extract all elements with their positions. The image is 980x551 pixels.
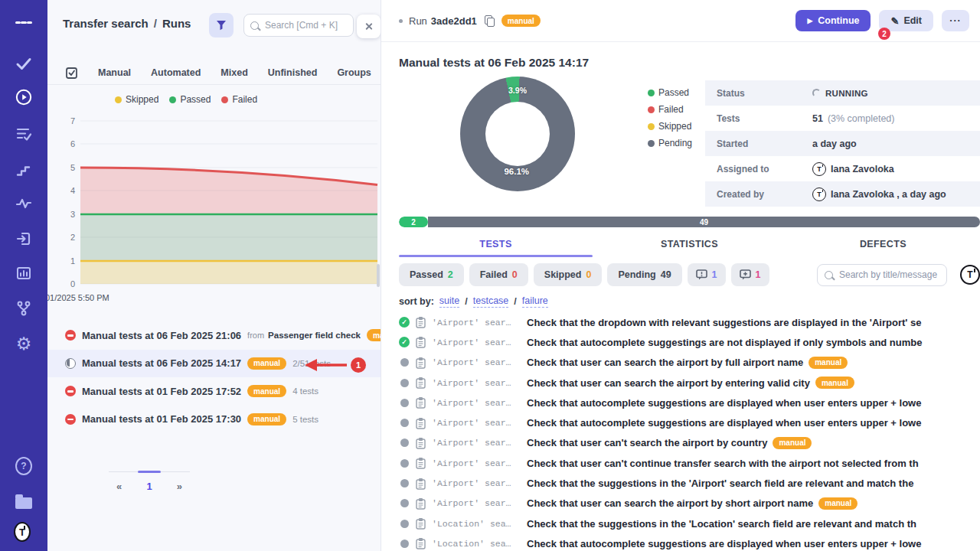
manual-badge: manual — [367, 329, 381, 341]
sort-by-testcase[interactable]: testcase — [473, 295, 509, 308]
failed-dot-icon — [221, 96, 228, 103]
run-row[interactable]: Manual tests at 01 Feb 2025 17:30 manual… — [47, 406, 381, 434]
continue-button[interactable]: Continue — [795, 10, 871, 31]
tab-automated[interactable]: Automated — [151, 67, 201, 78]
import-icon[interactable] — [15, 230, 32, 247]
svg-text:2: 2 — [70, 233, 75, 242]
pulse-icon[interactable] — [15, 195, 32, 212]
run-row[interactable]: Manual tests at 01 Feb 2025 17:52 manual… — [47, 377, 381, 406]
pagination-prev[interactable]: « — [116, 481, 122, 492]
manual-badge: manual — [773, 437, 812, 449]
analytics-icon[interactable] — [15, 265, 32, 282]
test-row[interactable]: 'Airport' sear… Check that user can't se… — [399, 433, 980, 453]
test-suite-name: 'Airport' sear… — [432, 438, 518, 448]
sort-by-failure[interactable]: failure — [522, 295, 548, 308]
test-row[interactable]: 'Airport' sear… Check that user can sear… — [399, 353, 980, 373]
manual-badge: manual — [247, 385, 286, 397]
search-icon — [250, 21, 259, 30]
assignee-avatar[interactable] — [812, 162, 826, 176]
tab-statistics[interactable]: STATISTICS — [593, 233, 786, 257]
test-title: Check that the suggestions in the 'Airpo… — [527, 478, 913, 489]
test-row[interactable]: 'Airport' sear… Check that autocomplete … — [399, 393, 980, 412]
failed-area — [80, 168, 377, 214]
tab-mixed[interactable]: Mixed — [220, 67, 247, 78]
help-icon[interactable] — [15, 458, 32, 474]
close-panel-button[interactable] — [357, 15, 381, 38]
sidebar-user-avatar[interactable] — [14, 523, 31, 540]
tab-tests[interactable]: TESTS — [399, 233, 593, 257]
breadcrumb-parent[interactable]: Transfer search — [63, 17, 149, 30]
failed-dot-icon — [648, 106, 655, 113]
comments-chip[interactable]: 1 — [688, 263, 726, 286]
tab-groups[interactable]: Groups — [337, 67, 371, 78]
copy-icon[interactable] — [485, 15, 494, 26]
filter-failed-chip[interactable]: Failed0 — [469, 263, 528, 286]
add-comment-chip[interactable]: 1 — [731, 263, 769, 286]
test-row[interactable]: 'Airport' sear… Check that user can sear… — [399, 494, 980, 514]
tests-search-input[interactable] — [838, 269, 939, 281]
test-row[interactable]: 'Airport' sear… Check that user can sear… — [399, 373, 980, 393]
test-row[interactable]: 'Location' sea… Check that the suggestio… — [399, 514, 980, 533]
test-suite-name: 'Airport' sear… — [432, 337, 518, 347]
run-play-icon[interactable] — [15, 89, 32, 106]
runs-list-icon[interactable] — [15, 126, 32, 142]
filter-skipped-chip[interactable]: Skipped0 — [534, 263, 603, 286]
settings-gear-icon[interactable] — [15, 335, 32, 352]
pagination-next[interactable]: » — [177, 481, 182, 492]
donut-passed-percent: 3.9% — [508, 86, 527, 95]
run-row-title: Manual tests at 06 Feb 2025 14:17 — [82, 357, 241, 369]
filter-button[interactable] — [209, 13, 234, 37]
tests-search[interactable] — [817, 264, 947, 286]
test-row[interactable]: 'Airport' sear… Check that the dropdown … — [399, 312, 980, 332]
user-avatar[interactable] — [960, 265, 980, 285]
pending-dot-icon — [648, 140, 655, 147]
test-status-icon — [400, 520, 409, 528]
tab-defects[interactable]: DEFECTS — [786, 233, 980, 257]
test-row[interactable]: 'Airport' sear… Check that autocomplete … — [399, 412, 980, 432]
testcase-clipboard-icon — [415, 396, 426, 409]
test-status-icon — [400, 358, 409, 367]
testcase-clipboard-icon — [415, 437, 426, 449]
manual-badge: manual — [808, 357, 848, 369]
test-suite-name: 'Airport' sear… — [432, 418, 518, 428]
pagination-page-1[interactable]: 1 — [146, 481, 152, 492]
legend-pending: Pending — [648, 138, 692, 148]
test-row[interactable]: 'Location' sea… Check that autocomplete … — [399, 533, 980, 551]
steps-icon[interactable] — [15, 161, 32, 178]
run-from-name[interactable]: Passenger field check — [268, 331, 361, 340]
menu-icon[interactable] — [15, 14, 32, 31]
test-row[interactable]: 'Airport' sear… Check that autocomplete … — [399, 332, 980, 352]
test-row[interactable]: 'Airport' sear… Check that the suggestio… — [399, 473, 980, 493]
folder-icon — [15, 497, 32, 509]
more-actions-button[interactable] — [942, 10, 969, 31]
tab-unfinished[interactable]: Unfinished — [268, 67, 318, 78]
run-info-table: Status RUNNING Tests 51(3% completed) St… — [705, 80, 980, 207]
test-status-icon — [400, 439, 409, 447]
filter-pending-chip[interactable]: Pending49 — [607, 263, 681, 286]
run-row[interactable]: Manual tests at 06 Feb 2025 21:06 from P… — [47, 321, 381, 350]
svg-text:1: 1 — [356, 360, 361, 370]
sort-row: sort by: suite / testcase / failure — [399, 295, 548, 308]
run-progress-bar: 2 49 — [399, 217, 980, 227]
test-title: Check that user can't continue transfer … — [527, 458, 919, 469]
creator-avatar[interactable] — [812, 187, 826, 201]
info-row-assigned: Assigned to Iana Zavoloka — [705, 156, 980, 181]
filter-passed-chip[interactable]: Passed2 — [399, 263, 464, 286]
test-filter-chips: Passed2 Failed0 Skipped0 Pending49 1 1 — [399, 263, 980, 286]
select-all-icon[interactable] — [65, 67, 78, 80]
assignee-name: Iana Zavoloka — [831, 164, 894, 174]
run-detail-panel: Run 3ade2dd1 manual Continue Edit Manual… — [381, 0, 980, 551]
tab-manual[interactable]: Manual — [98, 67, 131, 78]
passed-area — [80, 214, 377, 261]
projects-folder-icon[interactable] — [15, 493, 32, 510]
runs-search-input[interactable] — [263, 19, 347, 31]
sort-by-suite[interactable]: suite — [439, 295, 459, 308]
runs-search[interactable] — [243, 14, 354, 37]
branch-icon[interactable] — [15, 300, 32, 317]
annotation-badge-2: 2 — [878, 28, 890, 40]
panel-scrollbar[interactable] — [377, 264, 380, 287]
test-row[interactable]: 'Airport' sear… Check that user can't co… — [399, 453, 980, 473]
tests-list: 'Airport' sear… Check that the dropdown … — [399, 312, 980, 551]
tests-check-icon[interactable] — [15, 55, 32, 72]
test-title: Check that user can search the airport b… — [527, 377, 810, 389]
